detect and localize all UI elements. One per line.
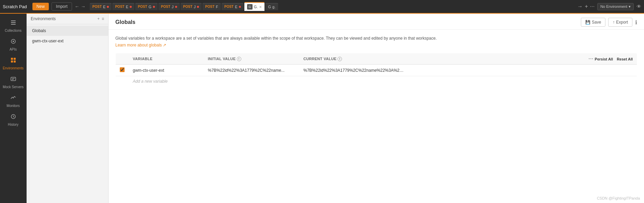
close-tab-icon[interactable]: ✕	[259, 5, 262, 9]
add-environment-icon[interactable]: +	[97, 16, 100, 21]
content-body: Global variables for a workspace are a s…	[109, 30, 644, 203]
globals-tab-label: G.	[254, 5, 258, 9]
tab-label: E	[126, 5, 128, 9]
sidebar: Collections APIs Environments	[0, 14, 27, 203]
col-header-checkbox	[116, 53, 129, 65]
initial-value-info-icon[interactable]: i	[237, 57, 241, 61]
tab-label: E	[235, 5, 237, 9]
export-icon: ↑	[613, 20, 615, 25]
table-row: gwm-ctx-user-ext %7B%22id%22%3A1779%2C%2…	[116, 65, 637, 76]
new-button[interactable]: New	[32, 3, 49, 10]
unsaved-dot	[107, 6, 109, 8]
svg-rect-10	[12, 78, 15, 79]
tab-post-3[interactable]: POST G	[135, 3, 158, 10]
tab-post-6[interactable]: POST F	[202, 3, 221, 10]
current-value-info-icon[interactable]: i	[338, 57, 342, 61]
left-panel: Environments + ≡ Globals gwm-ctx-user-ex…	[27, 14, 109, 203]
add-variable-cell[interactable]: Add a new variable	[129, 76, 204, 87]
table-options-icon[interactable]: ···	[589, 56, 594, 62]
tab-label: J	[172, 5, 174, 9]
tab-label: E	[103, 5, 105, 9]
save-button[interactable]: 💾 Save	[581, 18, 605, 27]
import-button[interactable]: Import	[52, 2, 72, 11]
method-label: POST	[205, 5, 214, 9]
sidebar-item-monitors[interactable]: Monitors	[0, 92, 26, 110]
env-item-gwm[interactable]: gwm-ctx-user-ext	[27, 36, 108, 46]
unsaved-dot	[197, 6, 199, 8]
add-row-checkbox-cell	[116, 76, 129, 87]
unsaved-dot	[130, 6, 132, 8]
info-button[interactable]: ℹ	[635, 18, 637, 27]
tab-post-1[interactable]: POST E	[90, 3, 112, 10]
forward-arrow[interactable]: →	[81, 4, 86, 9]
add-variable-row[interactable]: Add a new variable	[116, 76, 637, 87]
tab-g2[interactable]: G g.	[265, 3, 278, 10]
tab-bar: POST E POST E POST G POST J POST J POST …	[90, 2, 575, 11]
left-panel-header: Environments + ≡	[27, 14, 108, 24]
persist-all-button[interactable]: Persist All	[595, 57, 613, 61]
nav-arrows: ← →	[75, 4, 86, 9]
more-options-icon[interactable]: ···	[590, 3, 595, 10]
sidebar-item-mock-servers[interactable]: Mock Servers	[0, 73, 26, 92]
content-header: Globals 💾 Save ↑ Export ℹ	[109, 14, 644, 30]
col-header-variable: VARIABLE	[129, 53, 204, 65]
sort-environments-icon[interactable]: ≡	[102, 16, 104, 21]
sidebar-item-apis[interactable]: APIs	[0, 35, 26, 54]
method-label: POST	[183, 5, 192, 9]
environments-icon	[10, 57, 17, 65]
back-arrow[interactable]: ←	[75, 4, 80, 9]
export-button[interactable]: ↑ Export	[608, 18, 632, 27]
monitors-label: Monitors	[6, 104, 19, 108]
add-current-value-cell	[299, 76, 585, 87]
history-label: History	[8, 123, 18, 126]
svg-rect-7	[11, 60, 13, 63]
env-dropdown-icon: ▾	[629, 4, 631, 9]
add-tab-icon[interactable]: +	[585, 3, 588, 10]
tab-post-5[interactable]: POST J	[181, 3, 202, 10]
tab-globals[interactable]: G G. ✕	[244, 2, 265, 11]
tab-post-7[interactable]: POST E	[221, 3, 244, 10]
unsaved-dot	[175, 6, 177, 8]
unsaved-dot	[153, 6, 155, 8]
current-value-cell[interactable]: %7B%22id%22%3A1779%2C%22name%22%3A%22%E7…	[299, 65, 585, 76]
globals-description: Global variables for a workspace are a s…	[115, 35, 637, 41]
top-bar: Scratch Pad New Import ← → POST E POST E…	[0, 0, 644, 14]
svg-rect-1	[11, 22, 16, 23]
content-header-actions: 💾 Save ↑ Export ℹ	[581, 18, 637, 27]
back-nav-icon[interactable]: →	[577, 3, 583, 10]
add-initial-value-cell	[204, 76, 299, 87]
content-area: Globals 💾 Save ↑ Export ℹ Global variabl…	[109, 14, 644, 203]
tab-label: F	[216, 5, 218, 9]
method-label: POST	[92, 5, 102, 9]
tab-post-4[interactable]: POST J	[158, 3, 180, 10]
left-panel-title: Environments	[31, 16, 56, 21]
collections-label: Collections	[5, 29, 22, 32]
watermark: CSDN @FightingITPanda	[597, 196, 640, 200]
sidebar-item-collections[interactable]: Collections	[0, 16, 26, 35]
monitors-icon	[10, 94, 17, 103]
sidebar-item-environments[interactable]: Environments	[0, 54, 26, 73]
tab-label: g.	[272, 5, 275, 9]
tab-post-2[interactable]: POST E	[112, 3, 134, 10]
env-item-globals[interactable]: Globals	[27, 26, 108, 36]
tab-actions: → + ···	[577, 3, 595, 10]
env-eye-icon[interactable]: 👁	[636, 4, 641, 9]
reset-all-button[interactable]: Reset All	[617, 57, 633, 61]
add-actions-cell	[585, 76, 637, 87]
collections-icon	[10, 19, 17, 28]
environments-label: Environments	[3, 66, 24, 70]
save-icon: 💾	[585, 20, 590, 25]
learn-more-link[interactable]: Learn more about globals ↗	[115, 43, 166, 48]
svg-rect-6	[14, 58, 16, 60]
method-label: POST	[138, 5, 147, 9]
variables-table: VARIABLE INITIAL VALUE i CURRENT VALUE	[115, 53, 637, 87]
sidebar-item-history[interactable]: History	[0, 110, 26, 129]
col-header-actions: ··· Persist All Reset All	[585, 53, 637, 65]
method-label: POST	[224, 5, 233, 9]
env-selector[interactable]: No Environment ▾	[597, 3, 634, 10]
apis-icon	[10, 38, 17, 46]
initial-value-cell[interactable]: %7B%22id%22%3A1779%2C%22name...	[204, 65, 299, 76]
row-checkbox[interactable]	[120, 67, 125, 72]
variable-name-cell[interactable]: gwm-ctx-user-ext	[129, 65, 204, 76]
svg-rect-2	[11, 24, 16, 25]
